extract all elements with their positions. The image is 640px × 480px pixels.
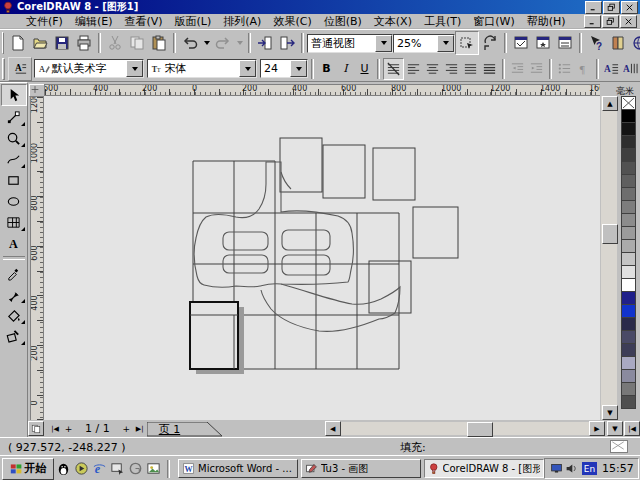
font-size-dropdown-arrow[interactable]: [290, 60, 307, 77]
color-swatch[interactable]: [621, 395, 636, 409]
eyedropper-tool[interactable]: [2, 263, 26, 283]
show-desktop-shortcut[interactable]: [109, 460, 126, 477]
style-dropdown-arrow[interactable]: [126, 60, 143, 77]
vertical-ruler[interactable]: 120010008006004002000: [30, 96, 44, 420]
docker-view-button[interactable]: [510, 32, 532, 54]
scrapbook-button[interactable]: [607, 32, 629, 54]
docker-scrapbook-button[interactable]: [554, 32, 576, 54]
media-player-shortcut[interactable]: [73, 460, 90, 477]
whats-this-button[interactable]: ?: [585, 32, 607, 54]
zoom-dropdown-arrow[interactable]: [437, 35, 454, 52]
color-swatch[interactable]: [621, 226, 636, 240]
fill-tool[interactable]: [2, 305, 26, 325]
view-mode-dropdown[interactable]: 普通视图: [307, 34, 393, 53]
align-center-button[interactable]: [423, 59, 442, 79]
puzzle-square[interactable]: [369, 261, 411, 313]
vertical-scrollbar[interactable]: ▲ ▼: [601, 96, 617, 420]
redo-dropdown-arrow[interactable]: [234, 37, 245, 50]
text-tool[interactable]: A: [2, 233, 26, 253]
outline-tool[interactable]: [2, 284, 26, 304]
qq-shortcut[interactable]: [55, 460, 72, 477]
menu-item-2[interactable]: 查看(V): [118, 14, 168, 29]
volume-tray-icon[interactable]: [564, 461, 579, 476]
scroll-up-button[interactable]: ▲: [602, 96, 618, 111]
interactive-fill-tool[interactable]: [2, 326, 26, 346]
color-swatch[interactable]: [621, 187, 636, 201]
image-app-shortcut[interactable]: [145, 460, 162, 477]
style-dropdown[interactable]: A 默认美术字: [34, 59, 144, 78]
align-right-button[interactable]: [442, 59, 461, 79]
align-none-button[interactable]: [383, 58, 404, 80]
align-left-button[interactable]: [404, 59, 423, 79]
last-page-button[interactable]: ▶|: [133, 422, 147, 435]
color-swatch[interactable]: [621, 278, 636, 292]
minimize-button[interactable]: [585, 1, 602, 14]
open-button[interactable]: [29, 32, 51, 54]
ie-shortcut[interactable]: e: [91, 460, 108, 477]
selected-square[interactable]: [190, 302, 238, 369]
menu-item-1[interactable]: 编辑(E): [69, 14, 119, 29]
restore-button[interactable]: [603, 1, 620, 14]
new-button[interactable]: [7, 32, 29, 54]
align-force-button[interactable]: [480, 59, 499, 79]
zoom-level-dropdown[interactable]: 25%: [393, 34, 455, 53]
color-swatch[interactable]: [621, 369, 636, 383]
doc-close-button[interactable]: [620, 15, 637, 28]
no-color-swatch[interactable]: [621, 96, 636, 110]
doc-restore-button[interactable]: [602, 15, 619, 28]
menu-item-10[interactable]: 帮助(H): [521, 14, 572, 29]
language-indicator[interactable]: En: [582, 462, 597, 475]
doc-minimize-button[interactable]: [584, 15, 601, 28]
palette-expand-button[interactable]: |◀: [624, 421, 640, 436]
hscroll-right-button[interactable]: ▶: [589, 421, 605, 436]
color-swatch[interactable]: [621, 109, 636, 123]
color-swatch[interactable]: [621, 265, 636, 279]
font-size-dropdown[interactable]: 24: [260, 59, 308, 78]
color-swatch[interactable]: [621, 304, 636, 318]
menu-item-3[interactable]: 版面(L): [169, 14, 218, 29]
add-page-before-button[interactable]: +: [62, 422, 75, 435]
puzzle-square[interactable]: [323, 145, 365, 198]
page-tab[interactable]: 页 1: [147, 422, 229, 437]
start-button[interactable]: 开始: [2, 458, 54, 480]
menu-item-5[interactable]: 效果(C): [267, 14, 317, 29]
palette-scroll-down-button[interactable]: ▼: [607, 421, 623, 436]
corel-online-button[interactable]: [629, 32, 640, 54]
toolbar-drag-handle[interactable]: [2, 32, 4, 54]
color-swatch[interactable]: [621, 343, 636, 357]
task-button[interactable]: WMicrosoft Word - ...: [178, 459, 298, 478]
color-swatch[interactable]: [621, 291, 636, 305]
color-swatch[interactable]: [621, 382, 636, 396]
font-dropdown[interactable]: TT 宋体: [147, 59, 257, 78]
undo-dropdown-arrow[interactable]: [201, 37, 212, 50]
vertical-scroll-thumb[interactable]: [602, 224, 618, 244]
ellipse-tool[interactable]: [2, 191, 26, 211]
close-button[interactable]: [621, 1, 638, 14]
horizontal-ruler[interactable]: 60040020002004006008001000120014001600: [44, 84, 600, 96]
export-button[interactable]: [276, 32, 298, 54]
menu-item-0[interactable]: 文件(F): [20, 14, 69, 29]
rectangle-tool[interactable]: [2, 170, 26, 190]
paste-button[interactable]: [148, 32, 170, 54]
menu-item-9[interactable]: 窗口(W): [467, 14, 520, 29]
print-button[interactable]: [73, 32, 95, 54]
pick-tool[interactable]: [1, 84, 27, 106]
horizontal-scrollbar[interactable]: [341, 422, 589, 435]
add-page-after-button[interactable]: +: [120, 422, 133, 435]
horizontal-scroll-thumb[interactable]: [467, 422, 493, 437]
color-swatch[interactable]: [621, 161, 636, 175]
color-swatch[interactable]: [621, 252, 636, 266]
puzzle-square[interactable]: [413, 207, 458, 258]
character-hook[interactable]: [261, 284, 400, 331]
vertical-text-button[interactable]: A: [621, 59, 640, 79]
freehand-tool[interactable]: [2, 149, 26, 169]
font-dropdown-arrow[interactable]: [239, 60, 256, 77]
underline-button[interactable]: U: [355, 59, 374, 79]
scroll-down-button[interactable]: ▼: [602, 405, 618, 420]
docker-symbols-button[interactable]: [532, 32, 554, 54]
menu-item-4[interactable]: 排列(A): [217, 14, 267, 29]
color-swatch[interactable]: [621, 330, 636, 344]
color-swatch[interactable]: [621, 122, 636, 136]
propbar-drag-handle[interactable]: [2, 58, 5, 80]
snap-button[interactable]: [455, 31, 479, 55]
